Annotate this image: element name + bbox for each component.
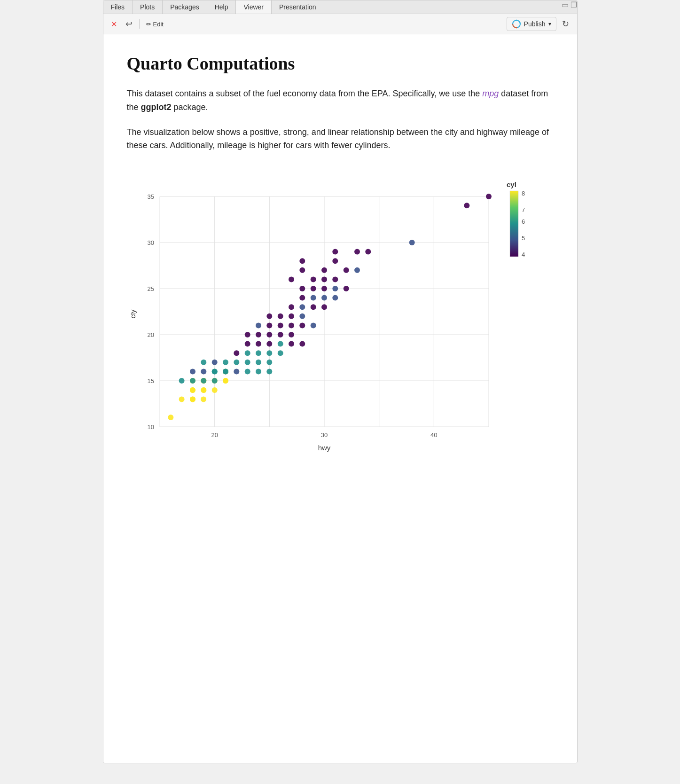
svg-point-58 [201, 360, 206, 365]
svg-text:25: 25 [147, 285, 154, 292]
svg-point-42 [223, 378, 228, 384]
edit-button[interactable]: ✏ Edit [143, 19, 166, 29]
chart-container: .axis-text { font-size: 13px; fill: #555… [127, 164, 554, 455]
tab-packages[interactable]: Packages [163, 0, 207, 14]
svg-point-57 [266, 369, 272, 375]
svg-point-27 [168, 415, 173, 420]
svg-point-100 [310, 286, 316, 291]
publish-button[interactable]: Publish ▾ [507, 17, 556, 31]
svg-point-84 [289, 323, 294, 329]
svg-point-28 [179, 397, 184, 402]
viewer-window: Files Plots Packages Help Viewer Present… [103, 0, 578, 763]
svg-point-68 [266, 350, 272, 356]
tab-presentation[interactable]: Presentation [272, 0, 324, 14]
svg-point-99 [299, 286, 305, 291]
svg-point-88 [277, 314, 283, 319]
back-button[interactable]: ↩ [123, 18, 135, 30]
svg-text:8: 8 [522, 190, 525, 197]
svg-text:10: 10 [147, 423, 154, 431]
svg-point-30 [190, 397, 195, 402]
refresh-icon: ↻ [562, 19, 569, 29]
svg-point-106 [321, 277, 327, 282]
svg-point-104 [289, 277, 294, 282]
toolbar-left: ✕ ↩ ✏ Edit [108, 18, 503, 30]
refresh-button[interactable]: ↻ [559, 17, 572, 31]
svg-point-56 [256, 369, 261, 375]
svg-point-118 [464, 203, 469, 208]
svg-point-45 [190, 378, 195, 384]
svg-point-46 [201, 378, 206, 384]
svg-text:cyl: cyl [507, 180, 516, 188]
svg-point-53 [223, 369, 228, 375]
svg-point-63 [256, 360, 261, 365]
svg-point-110 [343, 267, 349, 273]
svg-point-55 [244, 369, 250, 375]
svg-text:20: 20 [211, 431, 218, 439]
svg-point-101 [321, 286, 327, 291]
publish-dropdown-icon[interactable]: ▾ [548, 21, 551, 27]
svg-point-102 [332, 286, 338, 291]
doc-paragraph-1: This dataset contains a subset of the fu… [127, 87, 554, 114]
publish-label: Publish [524, 20, 546, 28]
tab-plots[interactable]: Plots [133, 0, 163, 14]
publish-icon [512, 19, 521, 29]
svg-point-77 [256, 332, 261, 337]
svg-point-117 [409, 240, 414, 245]
ggplot2-text: ggplot2 [141, 102, 172, 112]
close-button[interactable]: ✕ [108, 18, 120, 30]
svg-point-78 [266, 332, 272, 337]
svg-point-90 [299, 314, 305, 319]
svg-point-119 [486, 194, 492, 199]
svg-point-115 [354, 249, 360, 255]
para1-text-1: This dataset contains a subset of the fu… [127, 89, 483, 98]
mpg-link[interactable]: mpg [482, 89, 499, 98]
minimize-icon[interactable]: ▭ [562, 0, 569, 14]
svg-point-49 [201, 369, 206, 375]
svg-point-36 [211, 387, 217, 393]
svg-text:6: 6 [522, 218, 525, 225]
svg-text:30: 30 [320, 431, 327, 439]
toolbar-divider [139, 19, 140, 29]
svg-point-71 [256, 341, 261, 347]
svg-point-51 [211, 369, 217, 375]
svg-point-113 [332, 258, 338, 264]
svg-point-111 [354, 267, 360, 273]
svg-point-87 [266, 314, 272, 319]
doc-paragraph-2: The visualization below shows a positive… [127, 125, 554, 153]
svg-point-75 [299, 341, 305, 347]
svg-text:7: 7 [522, 206, 525, 213]
svg-point-105 [310, 277, 316, 282]
maximize-icon[interactable]: ❐ [571, 0, 577, 14]
para1-text-3: package. [172, 102, 208, 112]
edit-icon: ✏ [146, 21, 151, 28]
svg-text:15: 15 [147, 377, 154, 384]
svg-point-91 [289, 304, 294, 310]
svg-text:30: 30 [147, 239, 154, 246]
svg-text:40: 40 [430, 431, 437, 439]
toolbar: ✕ ↩ ✏ Edit Publish [103, 14, 577, 34]
svg-point-80 [289, 332, 294, 337]
close-icon: ✕ [111, 20, 117, 29]
svg-point-59 [211, 360, 217, 365]
document-content: Quarto Computations This dataset contain… [103, 34, 577, 763]
svg-point-61 [234, 360, 239, 365]
svg-point-33 [190, 387, 195, 393]
svg-point-76 [244, 332, 250, 337]
tab-help[interactable]: Help [207, 0, 236, 14]
svg-point-93 [310, 304, 316, 310]
svg-text:hwy: hwy [318, 444, 330, 452]
svg-point-116 [365, 249, 371, 255]
tab-viewer[interactable]: Viewer [236, 0, 272, 14]
toolbar-right: Publish ▾ ↻ [507, 17, 572, 31]
svg-text:5: 5 [522, 235, 525, 242]
tab-files[interactable]: Files [103, 0, 133, 14]
svg-point-82 [266, 323, 272, 329]
svg-point-69 [277, 350, 283, 356]
svg-point-98 [332, 295, 338, 301]
tab-bar: Files Plots Packages Help Viewer Present… [103, 0, 577, 14]
svg-point-109 [321, 267, 327, 273]
svg-text:35: 35 [147, 193, 154, 200]
svg-point-112 [299, 258, 305, 264]
svg-point-92 [299, 304, 305, 310]
svg-point-79 [277, 332, 283, 337]
